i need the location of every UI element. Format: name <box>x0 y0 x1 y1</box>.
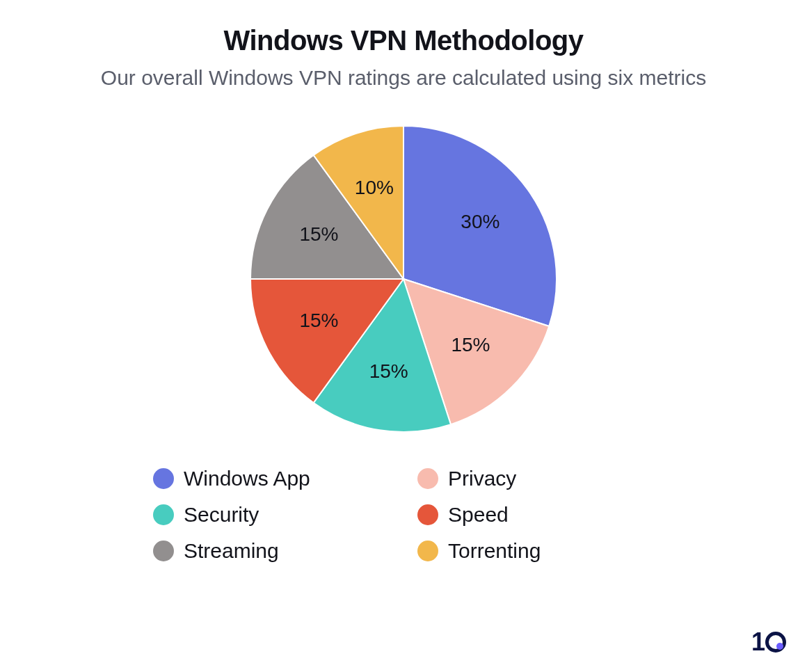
legend-swatch-icon <box>153 468 174 489</box>
brand-digit-one: 1 <box>751 627 764 657</box>
chart-legend: Windows AppPrivacySecuritySpeedStreaming… <box>153 467 654 563</box>
legend-item: Security <box>153 503 390 527</box>
legend-item: Windows App <box>153 467 390 490</box>
legend-swatch-icon <box>417 541 438 561</box>
pie-svg: 30%15%15%15%15%10% <box>243 119 564 439</box>
chart-title: Windows VPN Methodology <box>0 25 807 56</box>
legend-label: Streaming <box>184 539 279 563</box>
legend-swatch-icon <box>153 541 174 561</box>
chart-subtitle: Our overall Windows VPN ratings are calc… <box>0 66 807 90</box>
pie-slice-label: 30% <box>461 211 500 232</box>
brand-letter-o-icon <box>765 632 786 653</box>
chart-card: Windows VPN Methodology Our overall Wind… <box>0 0 807 672</box>
pie-slice-label: 15% <box>369 360 408 382</box>
legend-label: Privacy <box>448 467 516 490</box>
pie-chart: 30%15%15%15%15%10% <box>0 119 807 439</box>
legend-swatch-icon <box>153 504 174 525</box>
legend-item: Streaming <box>153 539 390 563</box>
pie-slice-label: 10% <box>355 177 394 198</box>
pie-slice-label: 15% <box>299 223 338 245</box>
legend-swatch-icon <box>417 468 438 489</box>
brand-dot-icon <box>776 643 783 650</box>
legend-swatch-icon <box>417 504 438 525</box>
brand-logo: 1 <box>751 627 786 657</box>
legend-item: Torrenting <box>417 539 654 563</box>
pie-slice-label: 15% <box>451 334 490 355</box>
legend-item: Speed <box>417 503 654 527</box>
legend-label: Windows App <box>184 467 310 490</box>
pie-slice-label: 15% <box>299 310 338 331</box>
legend-label: Torrenting <box>448 539 541 563</box>
legend-label: Security <box>184 503 259 527</box>
legend-label: Speed <box>448 503 509 527</box>
legend-item: Privacy <box>417 467 654 490</box>
